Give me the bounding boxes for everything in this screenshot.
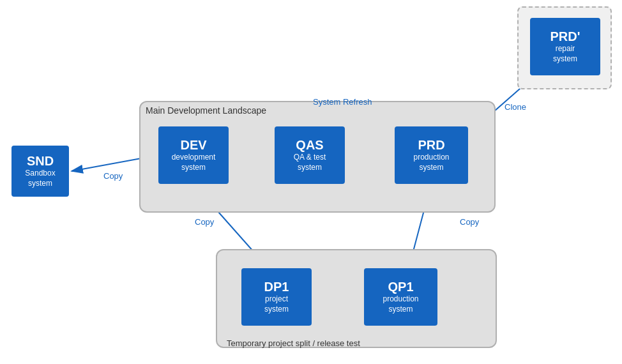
copy-dp1-label: Copy: [195, 217, 214, 227]
qp1-system-box: QP1 production system: [364, 268, 437, 326]
qas-system-box: QAS QA & test system: [275, 126, 345, 184]
prd-subtitle: production system: [413, 153, 449, 172]
prd-prime-system-box: PRD' repair system: [530, 18, 600, 75]
qas-title: QAS: [296, 137, 323, 153]
copy-snd-label: Copy: [103, 171, 123, 181]
prd-system-box: PRD production system: [395, 126, 468, 184]
prd-prime-subtitle: repair system: [553, 44, 577, 64]
qas-subtitle: QA & test system: [294, 153, 326, 172]
system-refresh-label: System Refresh: [313, 97, 372, 107]
qp1-subtitle: production system: [383, 294, 418, 314]
prd-title: PRD: [418, 137, 444, 153]
clone-label: Clone: [504, 102, 526, 112]
temp-landscape-label: Temporary project split / release test: [227, 338, 360, 348]
dev-title: DEV: [180, 137, 206, 153]
dp1-title: DP1: [264, 279, 289, 294]
snd-subtitle: Sandbox system: [25, 169, 55, 188]
prd-prime-title: PRD': [550, 29, 580, 44]
qp1-title: QP1: [388, 279, 413, 294]
main-landscape-label: Main Development Landscape: [146, 105, 266, 116]
dp1-system-box: DP1 project system: [241, 268, 312, 326]
snd-system-box: SND Sandbox system: [11, 146, 69, 197]
dev-subtitle: development system: [172, 153, 216, 172]
copy-qp1-label: Copy: [460, 217, 479, 227]
snd-title: SND: [27, 153, 54, 169]
dev-system-box: DEV development system: [158, 126, 229, 184]
diagram-container: Main Development Landscape Temporary pro…: [0, 0, 622, 364]
dp1-subtitle: project system: [264, 294, 289, 314]
